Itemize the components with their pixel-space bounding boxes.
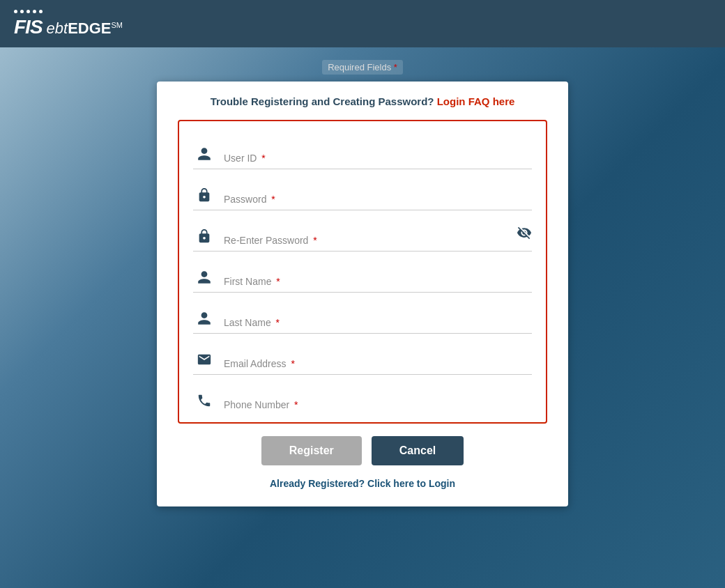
lock-icon-reenter <box>193 229 215 247</box>
phone-wrapper: Phone Number * <box>224 382 532 411</box>
button-row: Register Cancel <box>178 436 547 465</box>
dot3 <box>26 10 30 13</box>
superscript-label: SM <box>112 20 123 29</box>
required-fields-note: Required Fields * <box>322 60 403 75</box>
first-name-row: First Name * <box>193 252 532 293</box>
dot2 <box>20 10 24 13</box>
email-icon <box>193 352 215 370</box>
firstname-required: * <box>276 276 280 287</box>
dot4 <box>33 10 36 13</box>
phone-icon <box>193 393 215 411</box>
email-input[interactable] <box>224 341 532 357</box>
trouble-static: Trouble Registering and Creating Passwor… <box>211 95 434 107</box>
last-name-input[interactable] <box>224 300 532 316</box>
app-header: FIS ebtEDGESM <box>0 0 725 47</box>
trouble-text: Trouble Registering and Creating Passwor… <box>178 95 547 107</box>
password-wrapper: Password * <box>224 176 532 206</box>
person-icon-lastname <box>193 311 215 329</box>
reenter-password-row: Re-Enter Password * <box>193 210 532 252</box>
last-name-row: Last Name * <box>193 293 532 334</box>
main-content: Required Fields * Trouble Registering an… <box>0 47 725 506</box>
first-name-wrapper: First Name * <box>224 258 532 288</box>
form-card: Trouble Registering and Creating Passwor… <box>157 82 568 506</box>
lastname-required: * <box>276 317 280 328</box>
reenter-password-wrapper: Re-Enter Password * <box>224 217 532 247</box>
edge-label: EDGE <box>68 20 111 37</box>
password-required: * <box>271 194 275 205</box>
dot5 <box>39 10 43 13</box>
register-button[interactable]: Register <box>261 436 362 465</box>
reenter-required: * <box>313 235 316 246</box>
user-id-wrapper: User ID * <box>224 135 532 164</box>
required-star: * <box>394 62 397 72</box>
toggle-password-visibility-icon[interactable] <box>517 225 532 244</box>
email-wrapper: Email Address * <box>224 341 532 370</box>
password-label: Password * <box>224 194 275 205</box>
user-id-row: User ID * <box>193 128 532 169</box>
phone-label: Phone Number * <box>224 399 298 410</box>
person-icon-firstname <box>193 270 215 288</box>
reenter-password-label: Re-Enter Password * <box>224 235 317 246</box>
first-name-label: First Name * <box>224 276 280 287</box>
user-id-required: * <box>261 153 265 164</box>
fis-dots <box>14 10 43 13</box>
faq-link[interactable]: Login FAQ here <box>437 95 515 107</box>
product-name: ebtEDGESM <box>47 20 123 38</box>
login-link[interactable]: Already Registered? Click here to Login <box>270 478 455 489</box>
phone-row: Phone Number * <box>193 375 532 415</box>
logo: FIS ebtEDGESM <box>14 10 123 38</box>
logo-group: FIS ebtEDGESM <box>14 10 123 38</box>
first-name-input[interactable] <box>224 258 532 275</box>
email-required: * <box>291 358 294 369</box>
fis-brand: FIS <box>14 16 43 38</box>
password-input[interactable] <box>224 176 532 193</box>
reenter-password-input[interactable] <box>224 217 532 234</box>
required-note-text: Required Fields <box>328 62 391 72</box>
email-row: Email Address * <box>193 334 532 375</box>
user-id-input[interactable] <box>224 135 532 152</box>
already-registered-section: Already Registered? Click here to Login <box>178 478 547 489</box>
cancel-button[interactable]: Cancel <box>372 436 464 465</box>
dot1 <box>14 10 17 13</box>
user-id-label: User ID * <box>224 153 266 164</box>
password-row: Password * <box>193 169 532 210</box>
email-label: Email Address * <box>224 358 295 369</box>
ebt-label: ebt <box>47 20 68 37</box>
phone-input[interactable] <box>224 382 532 399</box>
last-name-label: Last Name * <box>224 317 280 328</box>
last-name-wrapper: Last Name * <box>224 300 532 329</box>
person-icon-userid <box>193 146 215 164</box>
phone-required: * <box>294 399 298 410</box>
lock-icon-password <box>193 187 215 206</box>
form-fields-box: User ID * Password * <box>178 120 547 424</box>
